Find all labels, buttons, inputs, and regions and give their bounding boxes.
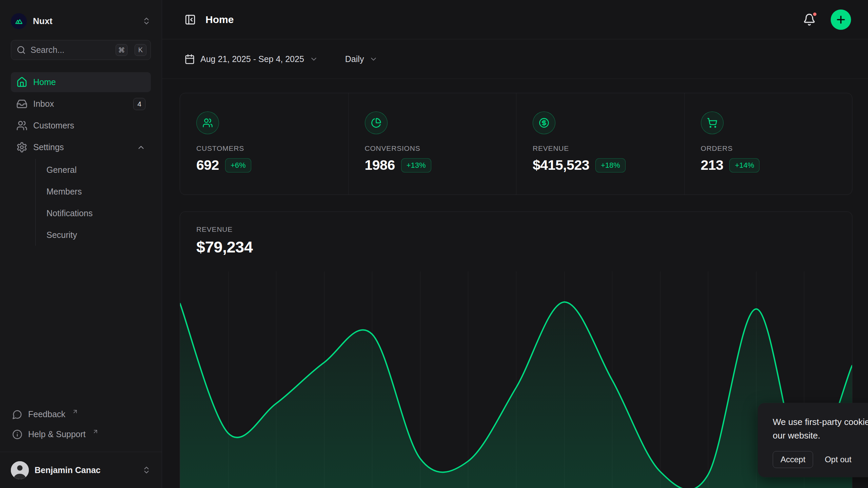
cookie-accept-button[interactable]: Accept bbox=[773, 451, 813, 468]
sidebar-item-security[interactable]: Security bbox=[46, 224, 151, 246]
kbd-cmd: ⌘ bbox=[116, 44, 127, 56]
arrow-up-right-icon bbox=[92, 428, 99, 435]
stat-delta-badge: +13% bbox=[401, 158, 431, 172]
interval-select[interactable]: Daily bbox=[345, 54, 378, 64]
stat-delta-badge: +18% bbox=[595, 158, 626, 172]
sidebar-item-customers[interactable]: Customers bbox=[11, 116, 151, 136]
calendar-icon bbox=[184, 54, 195, 64]
stat-conversions[interactable]: CONVERSIONS 1986 +13% bbox=[348, 93, 516, 195]
nuxt-logo-icon bbox=[11, 13, 27, 29]
notification-unread-dot bbox=[812, 11, 818, 17]
sidebar-nav: Home Inbox 4 Customers bbox=[0, 72, 162, 404]
sidebar-item-general[interactable]: General bbox=[46, 159, 151, 181]
sidebar-item-label: Inbox bbox=[33, 99, 127, 109]
stat-label: ORDERS bbox=[701, 144, 839, 152]
revenue-area-chart[interactable] bbox=[180, 271, 852, 488]
revenue-chart-label: REVENUE bbox=[196, 225, 836, 233]
pie-chart-icon bbox=[365, 111, 388, 134]
search-icon bbox=[17, 45, 26, 55]
sidebar: Nuxt Search... ⌘ K Home bbox=[0, 0, 162, 488]
house-icon bbox=[16, 77, 27, 88]
date-range-picker[interactable]: Aug 21, 2025 - Sep 4, 2025 bbox=[184, 54, 318, 64]
feedback-link[interactable]: Feedback bbox=[11, 404, 151, 424]
stat-customers[interactable]: CUSTOMERS 692 +6% bbox=[180, 93, 348, 195]
circle-dollar-icon bbox=[533, 111, 555, 134]
stat-value: 692 bbox=[196, 157, 219, 173]
sidebar-item-inbox[interactable]: Inbox 4 bbox=[11, 94, 151, 114]
cookie-banner: We use first-party cookies to enhance yo… bbox=[758, 403, 868, 477]
footer-link-label: Help & Support bbox=[28, 429, 86, 439]
sidebar-item-members[interactable]: Members bbox=[46, 181, 151, 202]
sidebar-footer: Feedback Help & Support bbox=[0, 404, 162, 452]
users-icon bbox=[16, 120, 27, 131]
info-icon bbox=[12, 429, 22, 440]
kbd-k: K bbox=[135, 44, 146, 56]
stat-value: $415,523 bbox=[533, 157, 589, 173]
stat-label: CONVERSIONS bbox=[365, 144, 503, 152]
avatar bbox=[11, 461, 29, 479]
sidebar-item-notifications[interactable]: Notifications bbox=[46, 202, 151, 224]
chevron-down-icon bbox=[310, 55, 318, 63]
stat-value: 1986 bbox=[365, 157, 395, 173]
chevron-down-icon bbox=[369, 55, 378, 63]
date-range-label: Aug 21, 2025 - Sep 4, 2025 bbox=[200, 54, 304, 64]
stat-value: 213 bbox=[701, 157, 724, 173]
sidebar-item-label: Home bbox=[33, 77, 145, 87]
sidebar-item-settings[interactable]: Settings bbox=[11, 137, 151, 157]
revenue-chart-card: REVENUE $79,234 bbox=[180, 211, 852, 488]
stat-label: REVENUE bbox=[533, 144, 671, 152]
user-section: Benjamin Canac bbox=[0, 452, 162, 488]
page-header: Home bbox=[162, 0, 868, 39]
chart-area-fill bbox=[180, 302, 852, 488]
workspace-name: Nuxt bbox=[33, 16, 136, 26]
search-input[interactable]: Search... ⌘ K bbox=[11, 40, 151, 60]
shopping-cart-icon bbox=[701, 111, 724, 134]
panel-left-close-icon[interactable] bbox=[184, 14, 196, 25]
sidebar-item-label: Customers bbox=[33, 121, 145, 130]
user-name: Benjamin Canac bbox=[35, 465, 136, 475]
interval-label: Daily bbox=[345, 54, 364, 64]
stat-revenue[interactable]: REVENUE $415,523 +18% bbox=[516, 93, 684, 195]
cookie-message: We use first-party cookies to enhance yo… bbox=[773, 415, 868, 442]
add-button[interactable] bbox=[831, 9, 851, 30]
cookie-optout-button[interactable]: Opt out bbox=[825, 455, 851, 464]
inbox-count-badge: 4 bbox=[133, 98, 145, 110]
message-circle-icon bbox=[12, 409, 22, 420]
stats-card: CUSTOMERS 692 +6% CONVERSIONS 1986 +13% bbox=[180, 93, 852, 195]
sidebar-item-label: Settings bbox=[33, 142, 131, 152]
chevrons-up-down-icon bbox=[142, 466, 151, 474]
stat-delta-badge: +14% bbox=[729, 158, 760, 172]
settings-submenu: General Members Notifications Security bbox=[35, 159, 151, 246]
user-menu-button[interactable]: Benjamin Canac bbox=[11, 458, 151, 482]
chevrons-up-down-icon bbox=[142, 17, 151, 25]
sidebar-item-home[interactable]: Home bbox=[11, 72, 151, 92]
stat-label: CUSTOMERS bbox=[196, 144, 335, 152]
arrow-up-right-icon bbox=[72, 408, 78, 415]
stat-orders[interactable]: ORDERS 213 +14% bbox=[684, 93, 852, 195]
inbox-icon bbox=[16, 98, 27, 109]
plus-icon bbox=[835, 14, 847, 25]
revenue-chart-value: $79,234 bbox=[196, 238, 836, 256]
users-icon bbox=[196, 111, 219, 134]
revenue-line-chart bbox=[180, 271, 852, 488]
filters-toolbar: Aug 21, 2025 - Sep 4, 2025 Daily bbox=[162, 39, 868, 79]
workspace-switcher[interactable]: Nuxt bbox=[0, 0, 162, 33]
chevron-up-icon bbox=[137, 143, 145, 152]
gear-icon bbox=[16, 142, 27, 153]
help-support-link[interactable]: Help & Support bbox=[11, 424, 151, 444]
notifications-button[interactable] bbox=[803, 13, 816, 26]
main-panel: Home Aug 21, 2025 - Sep 4, 2025 bbox=[162, 0, 868, 488]
footer-link-label: Feedback bbox=[28, 409, 65, 419]
page-title: Home bbox=[205, 14, 803, 25]
search-placeholder: Search... bbox=[31, 45, 111, 55]
stat-delta-badge: +6% bbox=[225, 158, 251, 172]
